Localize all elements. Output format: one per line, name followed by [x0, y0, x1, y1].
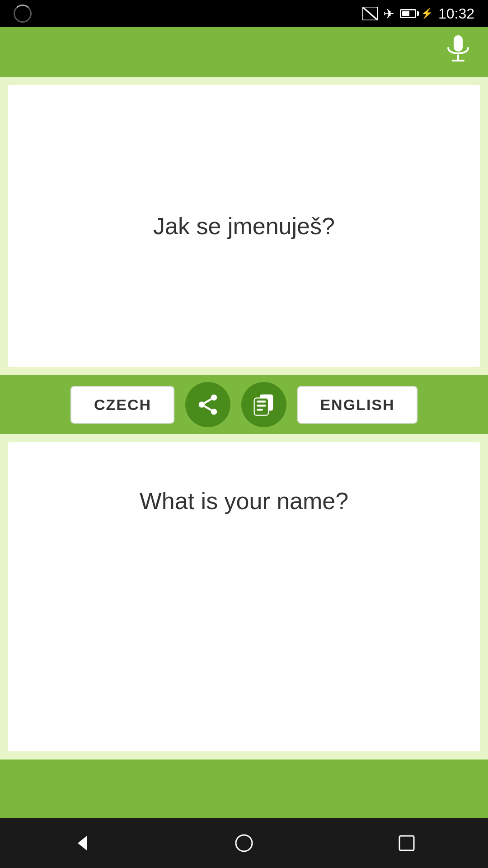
svg-marker-16: [78, 836, 87, 850]
battery-icon: ⚡: [400, 8, 433, 19]
signal-icon: [14, 5, 32, 23]
airplane-icon: ✈: [383, 6, 394, 22]
language-switcher-bar: CZECH ENGLISH: [0, 375, 488, 434]
source-language-button[interactable]: CZECH: [70, 386, 174, 424]
back-button[interactable]: [63, 825, 99, 861]
home-button[interactable]: [226, 825, 262, 861]
svg-line-8: [205, 406, 211, 410]
target-translation-text: What is your name?: [122, 469, 366, 533]
status-right: ✈ ⚡ 10:32: [362, 5, 474, 22]
svg-point-5: [211, 395, 217, 401]
target-language-button[interactable]: ENGLISH: [297, 386, 417, 424]
source-translation-text: Jak se jmenuješ?: [135, 194, 353, 258]
target-translation-box[interactable]: What is your name?: [8, 442, 480, 751]
svg-rect-18: [399, 836, 414, 850]
status-bar: ✈ ⚡ 10:32: [0, 0, 488, 27]
source-translation-box[interactable]: Jak se jmenuješ?: [8, 85, 480, 367]
svg-rect-2: [454, 35, 463, 52]
microphone-button[interactable]: [446, 35, 470, 69]
svg-point-7: [211, 409, 217, 415]
share-button[interactable]: [185, 382, 230, 427]
sim-blocked-icon: [362, 7, 378, 20]
status-left: [14, 5, 32, 23]
copy-button[interactable]: [241, 382, 286, 427]
svg-rect-14: [257, 405, 266, 407]
svg-line-9: [205, 399, 211, 403]
svg-rect-15: [257, 409, 263, 411]
svg-point-17: [236, 835, 252, 851]
svg-line-1: [363, 8, 377, 19]
recent-apps-button[interactable]: [389, 825, 425, 861]
main-content: Jak se jmenuješ? CZECH ENGLISH: [0, 77, 488, 818]
svg-point-6: [199, 401, 205, 408]
navigation-bar: [0, 818, 488, 868]
svg-rect-13: [257, 401, 266, 403]
toolbar: [0, 27, 488, 77]
status-time: 10:32: [438, 5, 474, 22]
bottom-action-bar: [0, 760, 488, 818]
